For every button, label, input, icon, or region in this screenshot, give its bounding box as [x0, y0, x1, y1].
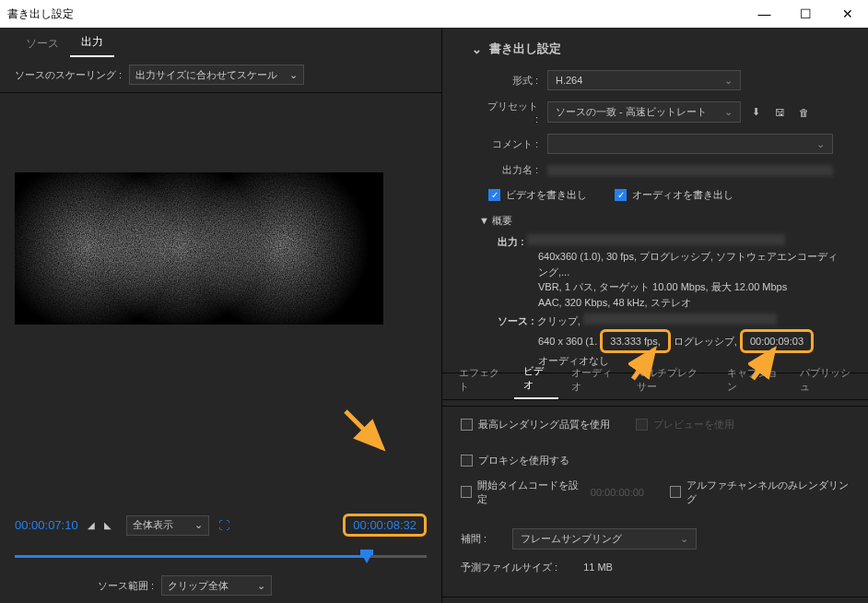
delete-preset-icon[interactable]: 🗑 — [794, 103, 813, 122]
settings-tabs: エフェクト ビデオ オーディオ マルチプレクサー キャプション パブリッシュ — [442, 372, 868, 400]
svg-point-3 — [194, 172, 369, 325]
save-preset-icon[interactable]: 🖫 — [770, 103, 789, 122]
source-duration-annotated: 00:00:09:03 — [740, 329, 814, 354]
section-title[interactable]: 書き出し設定 — [472, 41, 846, 57]
comment-input[interactable] — [547, 134, 833, 154]
tab-source[interactable]: ソース — [15, 30, 70, 57]
view-mode-select[interactable]: 全体表示 — [126, 515, 209, 536]
playhead[interactable] — [360, 550, 371, 562]
summary-output-1: 640x360 (1.0), 30 fps, プログレッシブ, ソフトウェアエン… — [498, 249, 846, 279]
footer: メタデータ... OK キャンセル — [442, 597, 868, 604]
summary-output-2: VBR, 1 パス, ターゲット 10.00 Mbps, 最大 12.00 Mb… — [498, 279, 846, 295]
left-tabs: ソース 出力 — [0, 28, 441, 57]
export-audio-checkbox[interactable]: ✓オーディオを書き出し — [615, 188, 733, 202]
close-button[interactable]: ✕ — [827, 0, 868, 28]
summary-output-3: AAC, 320 Kbps, 48 kHz, ステレオ — [498, 295, 846, 311]
next-icon[interactable]: ◣ — [104, 520, 111, 530]
summary-title[interactable]: ▼ 概要 — [479, 213, 846, 229]
format-select[interactable]: H.264 — [547, 70, 741, 90]
import-preset-icon[interactable]: ⬇ — [746, 103, 765, 122]
est-size-value: 11 MB — [583, 562, 613, 573]
preset-select[interactable]: ソースの一致 - 高速ビットレート — [547, 101, 741, 123]
output-name-label: 出力名 : — [483, 163, 538, 177]
format-label: 形式 : — [483, 74, 538, 88]
use-proxy-checkbox[interactable]: プロキシを使用する — [461, 454, 850, 467]
interp-select[interactable]: フレームサンプリング — [512, 528, 697, 550]
output-name-link[interactable]: xxxxxxxxxxxxxx — [547, 165, 833, 176]
preset-label: プリセット : — [483, 100, 538, 124]
prev-icon[interactable]: ◢ — [88, 520, 95, 530]
export-video-checkbox[interactable]: ✓ビデオを書き出し — [488, 188, 587, 202]
scaling-label: ソースのスケーリング : — [15, 68, 122, 82]
tab-output[interactable]: 出力 — [70, 29, 114, 57]
left-panel: ソース 出力 ソースのスケーリング : 出力サイズに合わせてスケール — [0, 28, 442, 603]
scaling-select[interactable]: 出力サイズに合わせてスケール — [129, 65, 304, 85]
summary-source-label: ソース : — [498, 315, 534, 326]
svg-line-5 — [346, 411, 382, 448]
timeline[interactable] — [15, 550, 427, 568]
est-size-label: 予測ファイルサイズ : — [461, 561, 557, 574]
preview-area — [0, 93, 441, 506]
source-fps-annotated: 33.333 fps, — [600, 329, 670, 354]
maximize-button[interactable]: ☐ — [785, 0, 827, 28]
summary-section: ▼ 概要 出力 : xxxxxxxxxxxxx 640x360 (1.0), 3… — [472, 213, 846, 369]
interp-label: 補間 : — [461, 532, 487, 546]
minimize-button[interactable]: — — [744, 0, 785, 28]
annotation-arrow-timecode — [341, 407, 396, 462]
svg-marker-6 — [360, 550, 373, 555]
start-tc-checkbox[interactable]: 開始タイムコードを設定 00:00:00:00 — [461, 479, 644, 506]
in-timecode[interactable]: 00:00:07:10 — [15, 518, 78, 532]
preview-image — [15, 172, 383, 325]
svg-marker-7 — [362, 555, 371, 563]
source-range-label: ソース範囲 : — [98, 579, 154, 593]
out-timecode[interactable]: 00:00:08:32 — [343, 514, 427, 537]
alpha-only-checkbox[interactable]: アルファチャンネルのみレンダリング — [670, 479, 850, 506]
right-panel: 書き出し設定 形式 : H.264 プリセット : ソースの一致 - 高速ビット… — [442, 28, 868, 603]
aspect-toggle-icon[interactable]: ⛶ — [218, 519, 229, 532]
settings-panel: 最高レンダリング品質を使用 プレビューを使用 プロキシを使用する 開始タイムコー… — [442, 406, 868, 597]
summary-source-2: オーディオなし — [498, 353, 846, 369]
use-preview-checkbox: プレビューを使用 — [636, 418, 734, 432]
summary-output-label: 出力 : — [498, 236, 524, 247]
source-range-select[interactable]: クリップ全体 — [161, 575, 272, 596]
max-render-checkbox[interactable]: 最高レンダリング品質を使用 — [461, 418, 610, 432]
comment-label: コメント : — [483, 137, 538, 151]
window-title: 書き出し設定 — [7, 6, 744, 22]
titlebar: 書き出し設定 — ☐ ✕ — [0, 0, 868, 28]
